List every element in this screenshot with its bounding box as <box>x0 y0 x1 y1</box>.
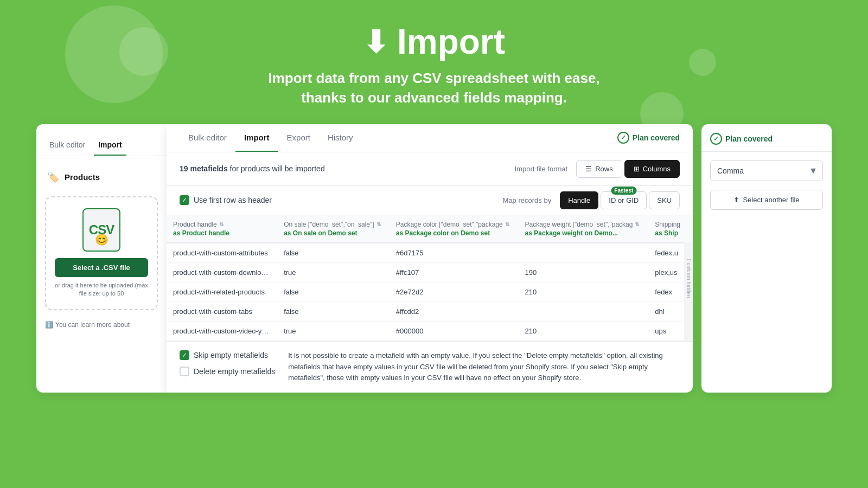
tab-import[interactable]: Import <box>235 124 278 152</box>
cell-handle-1: product-with-custom-downloa... <box>167 262 277 282</box>
sort-icon-0[interactable]: ⇅ <box>219 221 224 227</box>
cell-color-2: #2e72d2 <box>390 282 519 301</box>
fastest-badge: Fastest <box>611 187 636 195</box>
map-records-row: ✓ Use first row as header Map records by… <box>167 186 693 215</box>
table-row: product-with-custom-downloa... true #ffc… <box>167 262 693 282</box>
csv-upload-area: CSV 😊 Select a .CSV file or drag it here… <box>45 196 158 310</box>
table-row: product-with-custom-video-yo... true #00… <box>167 321 693 341</box>
cell-weight-1: 190 <box>519 262 649 282</box>
cell-color-4: #000000 <box>390 321 519 341</box>
delimiter-select[interactable]: Comma Semicolon Tab Pipe <box>710 160 823 181</box>
use-header-checkbox-row[interactable]: ✓ Use first row as header <box>180 195 272 205</box>
cell-onsale-0: false <box>277 243 390 263</box>
csv-icon-wrapper: CSV 😊 <box>55 208 148 252</box>
format-buttons: ☰ Rows ⊞ Columns <box>576 160 680 178</box>
bg-decoration-2 <box>119 27 168 76</box>
cell-color-3: #ffcdd2 <box>390 301 519 321</box>
table-row: product-with-related-products false #2e7… <box>167 282 693 301</box>
select-another-file-button[interactable]: ⬆ Select another file <box>710 190 823 210</box>
page-title: Import <box>397 22 505 62</box>
tab-bulk-editor-left[interactable]: Bulk editor <box>45 135 90 156</box>
cell-handle-0: product-with-custom-attributes <box>167 243 277 263</box>
table-header-row: Product handle ⇅ as Product handle On sa… <box>167 215 693 243</box>
format-rows-button[interactable]: ☰ Rows <box>576 160 622 178</box>
info-icon: ℹ️ <box>45 321 53 329</box>
select-csv-button[interactable]: Select a .CSV file <box>55 258 148 277</box>
cell-weight-3 <box>519 301 649 321</box>
col-product-handle: Product handle ⇅ as Product handle <box>167 215 277 243</box>
cell-onsale-1: true <box>277 262 390 282</box>
right-panel-content: Comma Semicolon Tab Pipe ▼ ⬆ Select anot… <box>701 152 832 393</box>
cell-weight-2: 210 <box>519 282 649 301</box>
columns-icon: ⊞ <box>634 165 640 173</box>
rows-icon: ☰ <box>585 165 592 173</box>
right-panel-header: ✓ Plan covered <box>701 124 832 152</box>
sidebar-item-products[interactable]: 🏷️ Products <box>36 165 167 190</box>
file-format-label: Import file format <box>515 165 568 173</box>
format-columns-button[interactable]: ⊞ Columns <box>624 160 680 178</box>
metafields-info: 19 metafields for products will be impor… <box>180 164 506 173</box>
map-id-gid-button[interactable]: Fastest ID or GID <box>601 191 647 209</box>
panel-tabs: Bulk editor Import Export History ✓ Plan… <box>167 124 693 152</box>
right-plan-covered: ✓ Plan covered <box>710 124 823 151</box>
table-body: product-with-custom-attributes false #6d… <box>167 243 693 341</box>
cell-onsale-2: false <box>277 282 390 301</box>
cell-handle-2: product-with-related-products <box>167 282 277 301</box>
map-sku-button[interactable]: SKU <box>649 191 680 209</box>
table-row: product-with-custom-attributes false #6d… <box>167 243 693 263</box>
sidebar-item-label: Products <box>65 172 100 182</box>
download-icon: ⬇ <box>363 24 388 60</box>
delete-empty-row[interactable]: Delete empty metafields <box>180 367 275 376</box>
map-handle-button[interactable]: Handle <box>560 191 598 209</box>
table-row: product-with-custom-tabs false #ffcdd2 d… <box>167 301 693 321</box>
cell-handle-4: product-with-custom-video-yo... <box>167 321 277 341</box>
main-content: Bulk editor Import 🏷️ Products CSV 😊 Sel… <box>0 124 868 393</box>
comma-select-wrapper: Comma Semicolon Tab Pipe ▼ <box>710 160 823 181</box>
tab-export[interactable]: Export <box>278 124 319 152</box>
cell-weight-4: 210 <box>519 321 649 341</box>
import-controls: 19 metafields for products will be impor… <box>167 152 693 186</box>
sort-icon-3[interactable]: ⇅ <box>635 221 639 227</box>
import-table: Product handle ⇅ as Product handle On sa… <box>167 215 693 341</box>
plan-check-icon: ✓ <box>617 132 629 144</box>
col-on-sale: On sale ["demo_set","on_sale"] ⇅ as On s… <box>277 215 390 243</box>
sort-icon-1[interactable]: ⇅ <box>376 221 381 227</box>
cell-onsale-4: true <box>277 321 390 341</box>
delete-empty-checkbox[interactable] <box>180 367 189 376</box>
col-package-color: Package color ["demo_set","package ⇅ as … <box>390 215 519 243</box>
product-icon: 🏷️ <box>47 171 59 183</box>
cell-color-1: #ffc107 <box>390 262 519 282</box>
csv-file-icon: CSV 😊 <box>82 208 120 252</box>
map-records-label: Map records by <box>503 196 552 204</box>
bottom-options: ✓ Skip empty metafields Delete empty met… <box>167 341 693 393</box>
map-buttons: Handle Fastest ID or GID SKU <box>560 191 680 209</box>
left-panel: Bulk editor Import 🏷️ Products CSV 😊 Sel… <box>36 124 167 393</box>
col-shipping: Shipping as Ship <box>648 215 693 243</box>
left-panel-tabs: Bulk editor Import <box>36 135 167 156</box>
use-header-checkbox[interactable]: ✓ <box>180 195 189 205</box>
col-package-weight: Package weight ["demo_set","packag ⇅ as … <box>519 215 649 243</box>
checkbox-options: ✓ Skip empty metafields Delete empty met… <box>180 350 275 376</box>
csv-face-icon: 😊 <box>84 233 119 246</box>
import-panel: Bulk editor Import Export History ✓ Plan… <box>167 124 693 393</box>
cell-handle-3: product-with-custom-tabs <box>167 301 277 321</box>
tab-import-left[interactable]: Import <box>94 135 126 156</box>
upload-icon: ⬆ <box>733 196 739 204</box>
learn-more-text: ℹ️ You can learn more about <box>36 317 167 333</box>
data-table-wrapper: Product handle ⇅ as Product handle On sa… <box>167 215 693 341</box>
cell-color-0: #6d7175 <box>390 243 519 263</box>
drag-drop-text: or drag it here to be uploaded (max file… <box>55 281 148 298</box>
cell-onsale-3: false <box>277 301 390 321</box>
tab-history[interactable]: History <box>319 124 362 152</box>
tab-bulk-editor[interactable]: Bulk editor <box>180 124 235 152</box>
bg-decoration-4 <box>689 49 716 76</box>
cell-weight-0 <box>519 243 649 263</box>
right-check-icon: ✓ <box>710 133 722 145</box>
sort-icon-2[interactable]: ⇅ <box>505 221 509 227</box>
plan-covered-badge: ✓ Plan covered <box>617 132 680 144</box>
skip-empty-checkbox[interactable]: ✓ <box>180 350 189 360</box>
skip-empty-row[interactable]: ✓ Skip empty metafields <box>180 350 275 360</box>
right-panel: ✓ Plan covered Comma Semicolon Tab Pipe … <box>701 124 832 393</box>
bottom-help-text: It is not possible to create a metafield… <box>288 350 680 384</box>
